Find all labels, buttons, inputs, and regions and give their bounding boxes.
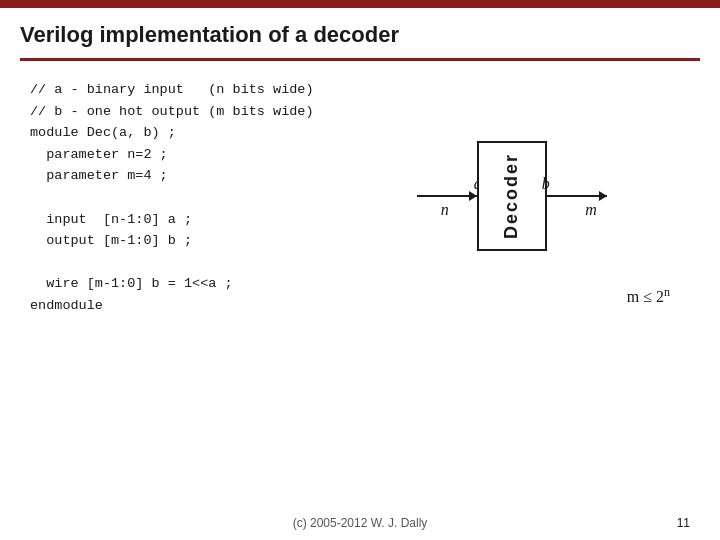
slide-title: Verilog implementation of a decoder [20,22,700,48]
decoder-label: Decoder [501,153,522,239]
code-block: // a - binary input (n bits wide) // b -… [30,79,314,317]
content-area: // a - binary input (n bits wide) // b -… [0,61,720,327]
label-m: m [585,201,597,219]
footer: (c) 2005-2012 W. J. Dally 11 [0,516,720,530]
decoder-diagram: n a Decoder b m [417,141,607,251]
copyright-text: (c) 2005-2012 W. J. Dally [293,516,428,530]
page-number: 11 [677,516,690,530]
slide-container: Verilog implementation of a decoder // a… [0,0,720,540]
constraint-label: m ≤ 2n [627,285,670,306]
top-bar [0,0,720,8]
exponent-n: n [664,285,670,299]
output-arrow [547,195,607,197]
decoder-box: Decoder [477,141,547,251]
right-arrow-wrapper: b m [547,195,607,197]
title-area: Verilog implementation of a decoder [0,8,720,58]
label-n: n [441,201,449,219]
input-arrow [417,195,477,197]
label-b: b [542,175,550,193]
left-arrow-wrapper: n a [417,195,477,197]
diagram-area: n a Decoder b m m ≤ 2n [334,139,690,317]
